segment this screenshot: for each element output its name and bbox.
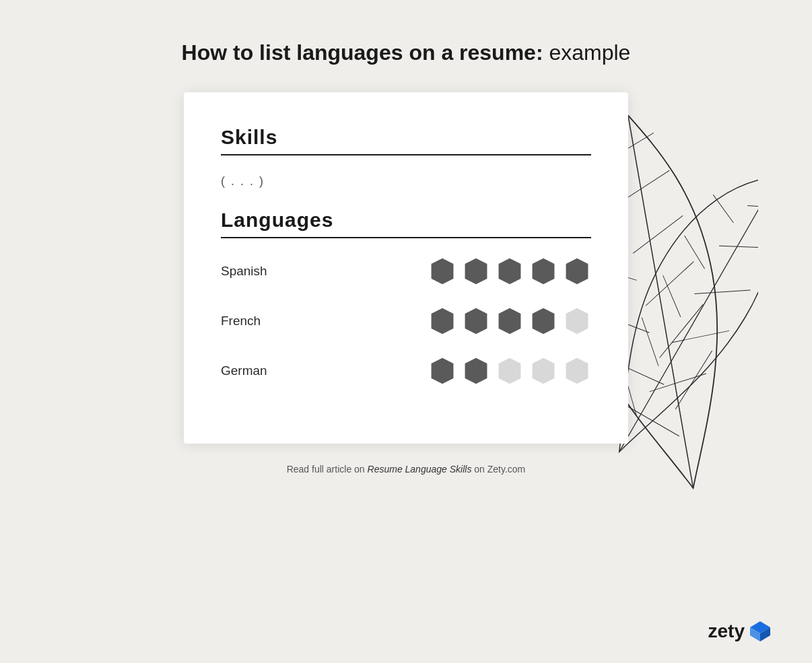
svg-marker-14 (566, 358, 588, 384)
svg-marker-12 (499, 358, 521, 384)
skills-section-title: Skills (221, 126, 591, 149)
language-hexagons (428, 357, 591, 385)
hex-filled (462, 307, 490, 335)
hex-filled (462, 257, 490, 285)
svg-marker-1 (465, 258, 487, 284)
svg-line-19 (649, 304, 714, 357)
svg-marker-13 (533, 358, 555, 384)
hex-filled (428, 257, 456, 285)
svg-marker-4 (566, 258, 588, 284)
languages-divider (221, 237, 591, 238)
footer-text-after: on Zety.com (471, 464, 525, 475)
content-area: Skills ( . . . ) Languages Spanish Frenc… (0, 92, 812, 444)
zety-cube-icon (749, 620, 772, 643)
language-name: German (221, 363, 288, 378)
languages-section-title: Languages (221, 209, 591, 232)
language-name: French (221, 314, 288, 328)
resume-card: Skills ( . . . ) Languages Spanish Frenc… (184, 92, 628, 444)
svg-line-16 (621, 390, 679, 448)
hex-filled (428, 307, 456, 335)
hex-filled (462, 357, 490, 385)
language-hexagons (428, 257, 591, 285)
languages-list: Spanish French German (221, 257, 591, 385)
title-normal-part: example (543, 40, 631, 65)
footer-link-text: Resume Language Skills (368, 464, 472, 475)
page-title: How to list languages on a resume: examp… (182, 40, 631, 65)
hex-empty (563, 307, 591, 335)
svg-marker-7 (499, 308, 521, 334)
language-name: Spanish (221, 264, 288, 279)
zety-logo: zety (708, 620, 772, 643)
svg-line-34 (694, 269, 750, 314)
footer-text-before: Read full article on (287, 464, 368, 475)
hex-empty (563, 357, 591, 385)
svg-line-32 (672, 311, 729, 363)
svg-marker-10 (432, 358, 454, 384)
svg-line-21 (638, 262, 702, 306)
language-hexagons (428, 307, 591, 335)
hex-filled (428, 357, 456, 385)
language-row: French (221, 307, 591, 335)
skills-divider (221, 154, 591, 155)
hex-filled (496, 257, 524, 285)
svg-marker-11 (465, 358, 487, 384)
svg-line-37 (706, 195, 741, 223)
svg-marker-8 (533, 308, 555, 334)
svg-marker-3 (533, 258, 555, 284)
svg-line-38 (747, 195, 758, 219)
zety-text: zety (708, 621, 745, 642)
svg-marker-9 (566, 308, 588, 334)
hex-empty (496, 357, 524, 385)
hex-filled (529, 307, 557, 335)
svg-marker-6 (465, 308, 487, 334)
language-row: German (221, 357, 591, 385)
language-row: Spanish (221, 257, 591, 285)
svg-line-23 (627, 215, 689, 253)
footer-text: Read full article on Resume Language Ski… (287, 464, 526, 475)
hex-filled (563, 257, 591, 285)
svg-marker-5 (432, 308, 454, 334)
hex-filled (496, 307, 524, 335)
ellipsis-text: ( . . . ) (221, 174, 591, 188)
hex-filled (529, 257, 557, 285)
svg-line-36 (719, 229, 758, 265)
hex-empty (529, 357, 557, 385)
svg-marker-0 (432, 258, 454, 284)
title-bold-part: How to list languages on a resume: (182, 40, 543, 65)
svg-marker-2 (499, 258, 521, 284)
